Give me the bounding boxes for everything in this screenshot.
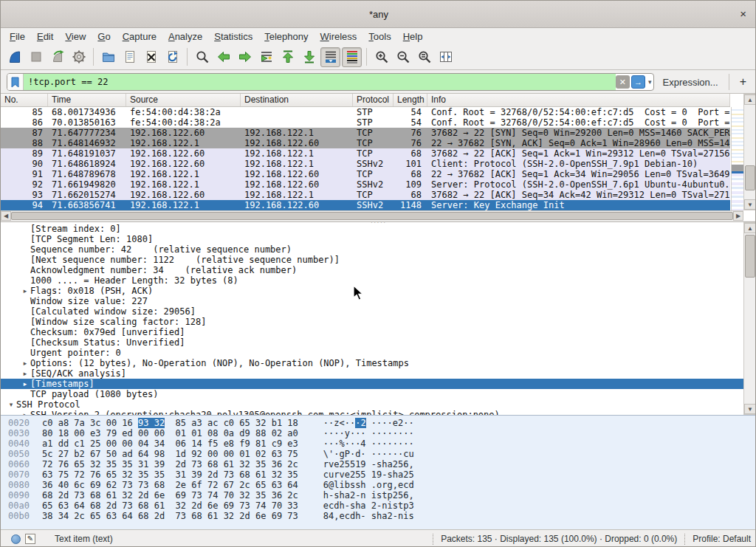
go-first-button[interactable] bbox=[278, 47, 298, 67]
detail-line[interactable]: ▾ SSH Protocol bbox=[1, 399, 743, 410]
find-packet-button[interactable] bbox=[192, 47, 212, 67]
expression-button[interactable]: Expression... bbox=[660, 77, 723, 88]
menu-item[interactable]: Edit bbox=[31, 30, 59, 44]
expander-icon[interactable]: ▸ bbox=[20, 410, 30, 415]
hex-row[interactable]: 0040 a1 dd c1 25 00 00 04 34 06 14 f5 e8… bbox=[1, 438, 756, 449]
scroll-right-icon[interactable]: ▶ bbox=[733, 211, 743, 221]
close-file-button[interactable] bbox=[141, 47, 161, 67]
column-header[interactable]: Destination bbox=[241, 94, 353, 106]
detail-line[interactable]: Urgent pointer: 0 bbox=[1, 348, 743, 358]
menu-item[interactable]: View bbox=[59, 30, 92, 44]
table-row[interactable]: 92 71.661949820 192.168.122.1 192.168.12… bbox=[1, 179, 730, 190]
zoom-out-button[interactable] bbox=[393, 47, 413, 67]
scroll-down-icon[interactable]: ▼ bbox=[744, 199, 756, 210]
detail-line[interactable]: [TCP Segment Len: 1080] bbox=[1, 234, 743, 244]
details-vscrollbar[interactable]: ▲ ▼ bbox=[743, 222, 756, 415]
zoom-in-button[interactable] bbox=[371, 47, 391, 67]
expander-icon[interactable] bbox=[20, 327, 30, 337]
table-row[interactable]: 86 70.013850163 fe:54:00:d4:38:2a STP 54… bbox=[1, 117, 730, 128]
go-last-button[interactable] bbox=[299, 47, 319, 67]
detail-line[interactable]: ▸ [SEQ/ACK analysis] bbox=[1, 368, 743, 379]
menu-item[interactable]: File bbox=[4, 30, 31, 44]
filter-apply-button[interactable]: → bbox=[631, 75, 645, 89]
open-file-button[interactable] bbox=[98, 47, 118, 67]
column-header[interactable]: No. bbox=[1, 94, 48, 106]
reload-file-button[interactable] bbox=[162, 47, 182, 67]
expander-icon[interactable] bbox=[20, 255, 30, 265]
detail-line[interactable]: ▸ [Timestamps] bbox=[1, 379, 743, 389]
hex-row[interactable]: 00b0 38 34 2c 65 63 64 68 2d 73 68 61 32… bbox=[1, 511, 756, 521]
scroll-thumb[interactable] bbox=[745, 235, 755, 278]
detail-line[interactable]: [Checksum Status: Unverified] bbox=[1, 337, 743, 348]
detail-line[interactable]: [Calculated window size: 29056] bbox=[1, 306, 743, 317]
menu-item[interactable]: Go bbox=[92, 30, 116, 44]
detail-line[interactable]: Checksum: 0x79ed [unverified] bbox=[1, 327, 743, 337]
filter-clear-button[interactable]: ✕ bbox=[616, 75, 630, 89]
scroll-up-icon[interactable]: ▲ bbox=[744, 223, 756, 233]
profile-text[interactable]: Profile: Default bbox=[693, 534, 751, 544]
detail-line[interactable]: ▸ Flags: 0x018 (PSH, ACK) bbox=[1, 286, 743, 296]
expander-icon[interactable]: ▾ bbox=[6, 399, 16, 410]
detail-line[interactable]: [Stream index: 0] bbox=[1, 224, 743, 234]
expert-info-icon[interactable] bbox=[11, 534, 21, 544]
expander-icon[interactable] bbox=[20, 244, 30, 255]
zoom-100-button[interactable] bbox=[414, 47, 434, 67]
table-row[interactable]: 89 71.648191037 192.168.122.60 192.168.1… bbox=[1, 148, 730, 159]
expander-icon[interactable] bbox=[20, 296, 30, 306]
column-header[interactable]: Source bbox=[126, 94, 241, 106]
scroll-down-icon[interactable]: ▼ bbox=[744, 404, 756, 414]
column-header[interactable]: Time bbox=[48, 94, 126, 106]
expander-icon[interactable]: ▸ bbox=[20, 286, 30, 296]
filter-history-caret-icon[interactable]: ▾ bbox=[647, 78, 653, 86]
expander-icon[interactable] bbox=[20, 348, 30, 358]
capture-comment-icon[interactable]: ✎ bbox=[25, 534, 35, 544]
start-capture-button[interactable] bbox=[4, 47, 24, 67]
expander-icon[interactable] bbox=[20, 265, 30, 275]
filter-bookmark-button[interactable] bbox=[7, 74, 24, 90]
pane-splitter-handle[interactable]: ····· bbox=[1, 415, 756, 417]
scroll-thumb[interactable] bbox=[745, 165, 755, 190]
expander-icon[interactable] bbox=[20, 224, 30, 234]
go-back-button[interactable] bbox=[213, 47, 233, 67]
menu-item[interactable]: Telephony bbox=[258, 30, 314, 44]
save-file-button[interactable] bbox=[120, 47, 140, 67]
detail-line[interactable]: [Next sequence number: 1122 (relative se… bbox=[1, 255, 743, 265]
column-header[interactable]: Protocol bbox=[353, 94, 394, 106]
hex-row[interactable]: 0070 63 75 72 76 65 32 35 35 31 39 2d 73… bbox=[1, 469, 756, 480]
hex-row[interactable]: 0030 80 18 00 e3 79 ed 00 00 01 01 08 0a… bbox=[1, 428, 756, 438]
menu-item[interactable]: Statistics bbox=[208, 30, 258, 44]
expander-icon[interactable]: ▸ bbox=[20, 358, 30, 368]
table-row[interactable]: 87 71.647777234 192.168.122.60 192.168.1… bbox=[1, 128, 730, 138]
menu-item[interactable]: Capture bbox=[117, 30, 162, 44]
detail-line[interactable]: Acknowledgment number: 34 (relative ack … bbox=[1, 265, 743, 275]
expander-icon[interactable]: ▸ bbox=[20, 368, 30, 379]
hex-row[interactable]: 0060 72 76 65 32 35 35 31 39 2d 73 68 61… bbox=[1, 459, 756, 469]
expander-icon[interactable] bbox=[20, 234, 30, 244]
expander-icon[interactable] bbox=[20, 306, 30, 317]
capture-options-button[interactable] bbox=[69, 47, 89, 67]
hex-row[interactable]: 0090 68 2d 73 68 61 32 2d 6e 69 73 74 70… bbox=[1, 490, 756, 500]
colorize-button[interactable] bbox=[342, 47, 362, 67]
column-header[interactable]: Info bbox=[427, 94, 730, 106]
close-icon[interactable]: × bbox=[740, 8, 746, 20]
expander-icon[interactable] bbox=[20, 317, 30, 327]
hex-row[interactable]: 0050 5c 27 b2 67 50 ad 64 98 1d 92 00 00… bbox=[1, 449, 756, 459]
detail-line[interactable]: ▸ Options: (12 bytes), No-Operation (NOP… bbox=[1, 358, 743, 368]
auto-scroll-button[interactable] bbox=[320, 47, 340, 67]
stop-capture-button[interactable] bbox=[26, 47, 46, 67]
hex-row[interactable]: 00a0 65 63 64 68 2d 73 68 61 32 2d 6e 69… bbox=[1, 500, 756, 511]
restart-capture-button[interactable] bbox=[47, 47, 67, 67]
go-to-packet-button[interactable] bbox=[256, 47, 276, 67]
resize-columns-button[interactable] bbox=[436, 47, 456, 67]
packet-list-vscrollbar[interactable]: ▲ ▼ bbox=[743, 94, 756, 210]
table-row[interactable]: 93 71.662015274 192.168.122.60 192.168.1… bbox=[1, 190, 730, 200]
packet-list-hscrollbar[interactable]: ◀ ▶ bbox=[1, 210, 743, 221]
expander-icon[interactable] bbox=[20, 275, 30, 286]
detail-line[interactable]: Window size value: 227 bbox=[1, 296, 743, 306]
expander-icon[interactable] bbox=[20, 389, 30, 399]
scroll-thumb[interactable] bbox=[11, 212, 733, 220]
menu-item[interactable]: Tools bbox=[362, 30, 396, 44]
table-row[interactable]: 91 71.648789678 192.168.122.1 192.168.12… bbox=[1, 169, 730, 179]
menu-item[interactable]: Analyze bbox=[162, 30, 208, 44]
scroll-up-icon[interactable]: ▲ bbox=[744, 94, 756, 105]
